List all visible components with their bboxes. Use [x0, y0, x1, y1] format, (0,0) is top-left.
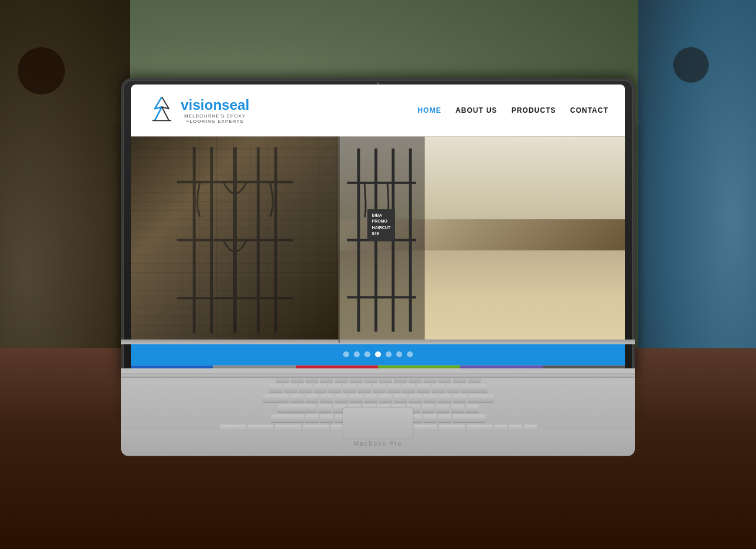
key-0	[417, 384, 430, 393]
key-t	[350, 394, 363, 403]
key-alt	[275, 424, 301, 430]
key-lshift	[271, 414, 304, 423]
key-q	[291, 394, 304, 403]
key-x	[320, 414, 333, 423]
key-i	[394, 394, 407, 403]
key-4	[328, 384, 341, 393]
hero-panel-left	[131, 136, 338, 343]
site-navigation: visionseal MELBOURNE'S EPOXY FLOORING EX…	[131, 84, 625, 136]
nav-contact[interactable]: CONTACT	[570, 106, 608, 115]
key-2	[299, 384, 312, 393]
key-o	[409, 394, 422, 403]
key-lbracket	[438, 394, 451, 403]
promo-line1: PROMO	[372, 218, 391, 225]
key-backspace	[461, 384, 487, 393]
macbook-label: MacBook Pro	[354, 440, 402, 447]
hero-divider	[338, 136, 340, 343]
key-p	[423, 394, 436, 403]
key-caps	[278, 404, 317, 413]
hero-dots-bar	[131, 343, 625, 365]
hero-image-composite: BIBA PROMO HAIRCUT $49	[131, 136, 625, 343]
hero-area: BIBA PROMO HAIRCUT $49	[131, 136, 625, 343]
laptop: visionseal MELBOURNE'S EPOXY FLOORING EX…	[121, 78, 635, 456]
logo-vision: vision	[181, 97, 221, 113]
key-minus	[432, 384, 445, 393]
key-w	[305, 394, 318, 403]
key-quote	[466, 404, 479, 413]
hero-dot-5[interactable]	[386, 351, 392, 357]
key-9	[402, 384, 415, 393]
hero-dot-7[interactable]	[407, 351, 413, 357]
key-z	[305, 414, 318, 423]
laptop-bottom-edge	[121, 339, 635, 344]
hero-panel-right: BIBA PROMO HAIRCUT $49	[338, 136, 625, 343]
key-6	[358, 384, 371, 393]
logo-wordmark: visionseal	[181, 97, 249, 113]
key-fn	[220, 424, 246, 430]
key-ctrl	[247, 424, 273, 430]
key-semicolon	[451, 404, 464, 413]
trackpad[interactable]	[343, 407, 413, 439]
key-row-3	[133, 394, 623, 403]
nav-products[interactable]: PRODUCTS	[511, 106, 556, 115]
nav-home[interactable]: HOME	[418, 106, 441, 115]
logo-seal: seal	[221, 97, 249, 113]
key-left	[494, 424, 507, 430]
key-right	[524, 424, 537, 430]
screen-bezel: visionseal MELBOURNE'S EPOXY FLOORING EX…	[131, 84, 625, 374]
key-cmd-r	[439, 424, 465, 430]
key-return	[468, 394, 494, 403]
key-alt-r	[467, 424, 493, 430]
key-1	[284, 384, 297, 393]
laptop-hinge	[121, 373, 635, 378]
promo-sign: BIBA PROMO HAIRCUT $49	[367, 209, 396, 241]
nav-links: HOME ABOUT US PRODUCTS CONTACT	[418, 106, 608, 115]
key-5	[343, 384, 356, 393]
hero-dot-4[interactable]	[375, 351, 381, 357]
key-up	[509, 424, 522, 430]
bg-dark-spot-right	[673, 47, 709, 83]
logo-area: visionseal MELBOURNE'S EPOXY FLOORING EX…	[148, 94, 249, 126]
hero-dot-6[interactable]	[396, 351, 402, 357]
key-equal	[447, 384, 460, 393]
key-slash	[438, 414, 451, 423]
key-r	[335, 394, 348, 403]
key-rbracket	[453, 394, 466, 403]
bg-dark-spot-left	[18, 47, 65, 94]
hero-dot-3[interactable]	[364, 351, 370, 357]
gate-svg-left	[162, 147, 308, 333]
key-a	[318, 404, 331, 413]
key-tab	[263, 394, 289, 403]
logo-text-area: visionseal MELBOURNE'S EPOXY FLOORING EX…	[181, 97, 249, 124]
key-l	[436, 404, 449, 413]
key-3	[314, 384, 327, 393]
key-period	[423, 414, 436, 423]
logo-tagline: MELBOURNE'S EPOXY FLOORING EXPERTS	[181, 113, 249, 124]
logo-icon	[148, 94, 176, 126]
key-k	[422, 404, 435, 413]
key-u	[379, 394, 392, 403]
promo-brand: BIBA	[372, 213, 391, 219]
key-backtick	[269, 384, 282, 393]
key-row-2	[133, 384, 623, 393]
key-cmd-l	[303, 424, 329, 430]
key-rshift	[453, 414, 485, 423]
laptop-lid: visionseal MELBOURNE'S EPOXY FLOORING EX…	[121, 78, 635, 376]
laptop-bottom: MacBook Pro	[121, 368, 635, 456]
hero-dot-1[interactable]	[343, 351, 349, 357]
key-e	[320, 394, 333, 403]
gate-overlay-left	[131, 136, 338, 343]
hero-dot-2[interactable]	[354, 351, 360, 357]
promo-line2: HAIRCUT	[372, 225, 391, 231]
key-y	[364, 394, 377, 403]
key-8	[387, 384, 400, 393]
nav-about[interactable]: ABOUT US	[455, 106, 497, 115]
promo-price: $49	[372, 231, 391, 237]
website-screen: visionseal MELBOURNE'S EPOXY FLOORING EX…	[131, 84, 625, 374]
key-7	[373, 384, 386, 393]
